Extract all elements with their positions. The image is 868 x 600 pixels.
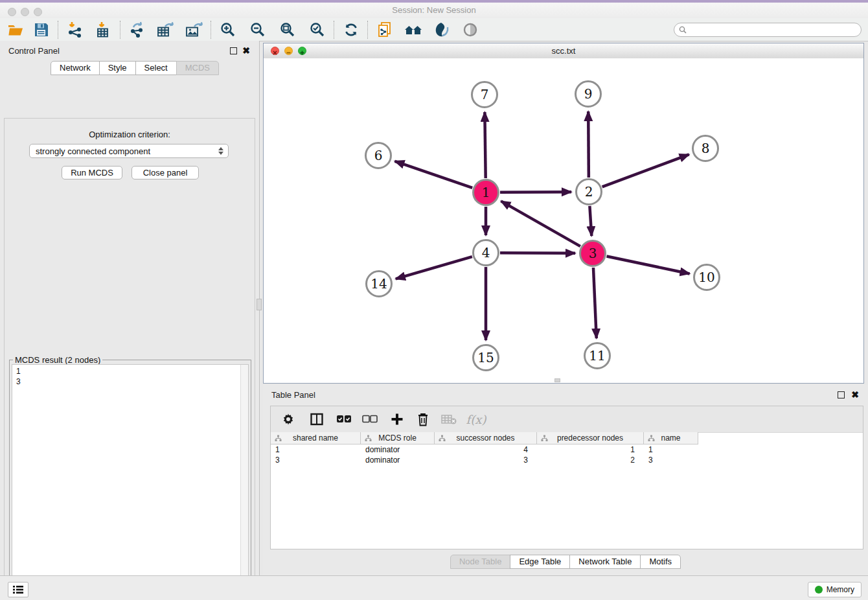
table-cell[interactable]: dominator xyxy=(361,455,435,465)
graph-node-4[interactable]: 4 xyxy=(472,239,499,266)
table-cell[interactable]: 1 xyxy=(271,444,361,455)
table-cell[interactable]: dominator xyxy=(361,444,435,455)
float-panel-icon[interactable] xyxy=(230,47,237,54)
graph-node-15[interactable]: 15 xyxy=(472,344,499,371)
table-cell[interactable]: 3 xyxy=(644,455,698,465)
edge-2-to-8[interactable] xyxy=(602,154,689,187)
search-input[interactable] xyxy=(674,23,862,37)
table-row[interactable]: 1dominator411 xyxy=(271,444,863,455)
show-hide-icon[interactable] xyxy=(460,19,481,40)
column-header-predecessor-nodes[interactable]: predecessor nodes xyxy=(537,432,644,444)
zoom-fit-icon[interactable] xyxy=(277,19,298,40)
edge-3-to-10[interactable] xyxy=(607,257,690,274)
mcds-result-group: MCDS result (2 nodes) 13 xyxy=(9,360,251,600)
search-icon xyxy=(679,26,687,34)
table-panel-tabs: Node TableEdge TableNetwork TableMotifs xyxy=(263,555,868,569)
graph-node-6[interactable]: 6 xyxy=(365,142,392,169)
table-toolbar: f(x) xyxy=(271,406,863,433)
edge-1-to-2[interactable] xyxy=(500,192,571,192)
task-history-button[interactable] xyxy=(8,582,29,597)
graph-node-7[interactable]: 7 xyxy=(471,81,498,108)
memory-button[interactable]: Memory xyxy=(808,582,862,597)
tab-network-table[interactable]: Network Table xyxy=(569,555,641,569)
close-panel-icon[interactable]: ✖ xyxy=(242,45,250,56)
zoom-selected-icon[interactable] xyxy=(307,19,328,40)
edge-3-to-1[interactable] xyxy=(501,201,580,246)
tab-select[interactable]: Select xyxy=(135,61,177,75)
import-table-icon[interactable] xyxy=(93,19,114,40)
save-session-icon[interactable] xyxy=(31,19,52,40)
duplicate-network-icon[interactable] xyxy=(374,19,395,40)
tab-motifs[interactable]: Motifs xyxy=(640,555,681,569)
column-header-successor-nodes[interactable]: successor nodes xyxy=(435,432,537,444)
select-all-checkboxes-icon[interactable] xyxy=(336,411,352,428)
edge-4-to-14[interactable] xyxy=(396,257,472,279)
tab-node-table[interactable]: Node Table xyxy=(450,555,511,569)
network-canvas[interactable]: 7968124314101511 xyxy=(264,58,863,383)
toolbar-separator xyxy=(58,21,59,39)
edge-1-to-6[interactable] xyxy=(395,161,473,188)
show-column-panel-icon[interactable] xyxy=(308,411,325,428)
run-mcds-button[interactable]: Run MCDS xyxy=(62,166,122,179)
table-row[interactable]: 3dominator323 xyxy=(271,455,863,465)
table-float-panel-icon[interactable] xyxy=(838,391,845,398)
open-session-icon[interactable] xyxy=(5,19,26,40)
apply-style-icon[interactable] xyxy=(431,19,452,40)
first-neighbors-icon[interactable] xyxy=(403,19,424,40)
table-cell[interactable]: 4 xyxy=(435,444,537,455)
graph-node-14[interactable]: 14 xyxy=(365,270,393,297)
canvas-bottom-grip[interactable] xyxy=(554,378,560,382)
toolbar-separator xyxy=(211,21,212,39)
optimization-criterion-dropdown[interactable]: strongly connected component xyxy=(29,144,229,158)
edge-4-to-3[interactable] xyxy=(500,253,575,253)
table-rows: 1dominator4113dominator323 xyxy=(271,444,863,465)
table-cell[interactable]: 1 xyxy=(644,444,698,455)
table-header-row: shared nameMCDS rolesuccessor nodesprede… xyxy=(271,432,698,444)
network-window-titlebar[interactable]: scc.txt xyxy=(264,43,863,59)
zoom-out-icon[interactable] xyxy=(247,19,268,40)
column-header-name[interactable]: name xyxy=(644,432,698,444)
column-header-shared-name[interactable]: shared name xyxy=(271,432,361,444)
table-close-panel-icon[interactable]: ✖ xyxy=(851,389,859,400)
window-title: Session: New Session xyxy=(0,5,868,15)
edge-2-to-3[interactable] xyxy=(589,206,591,236)
export-table-icon[interactable] xyxy=(155,19,176,40)
toolbar-separator xyxy=(367,21,369,39)
edge-3-to-11[interactable] xyxy=(593,268,597,338)
refresh-icon[interactable] xyxy=(341,19,361,40)
function-builder-icon: f(x) xyxy=(468,411,485,428)
result-scrollbar[interactable] xyxy=(240,365,248,600)
delete-column-trash-icon[interactable] xyxy=(415,411,431,428)
graph-node-10[interactable]: 10 xyxy=(693,264,720,291)
graph-node-2[interactable]: 2 xyxy=(575,178,602,205)
tab-mcds[interactable]: MCDS xyxy=(176,61,219,75)
zoom-in-icon[interactable] xyxy=(218,19,238,40)
dropdown-stepper-icon xyxy=(218,147,223,155)
table-cell[interactable]: 2 xyxy=(537,455,644,465)
delete-table-icon xyxy=(440,411,457,428)
tab-network[interactable]: Network xyxy=(51,61,100,75)
close-panel-button[interactable]: Close panel xyxy=(131,166,199,179)
mcds-result-textarea[interactable]: 13 xyxy=(12,364,249,600)
tab-edge-table[interactable]: Edge Table xyxy=(510,555,570,569)
export-network-icon[interactable] xyxy=(127,19,148,40)
edge-1-to-7[interactable] xyxy=(485,112,485,178)
table-cell[interactable]: 1 xyxy=(537,444,644,455)
table-cell[interactable]: 3 xyxy=(435,455,537,465)
graph-node-11[interactable]: 11 xyxy=(584,342,611,369)
tab-style[interactable]: Style xyxy=(99,61,136,75)
unselect-all-checkboxes-icon[interactable] xyxy=(361,411,378,428)
export-image-icon[interactable] xyxy=(184,19,205,40)
graph-node-8[interactable]: 8 xyxy=(692,135,719,162)
add-column-icon[interactable] xyxy=(389,411,405,428)
column-header-MCDS-role[interactable]: MCDS role xyxy=(361,432,435,444)
graph-node-1[interactable]: 1 xyxy=(472,179,499,206)
import-network-icon[interactable] xyxy=(65,19,86,40)
vertical-splitter-grip[interactable] xyxy=(257,299,262,310)
edge-2-to-9[interactable] xyxy=(588,111,589,178)
graph-node-3[interactable]: 3 xyxy=(579,240,606,267)
graph-node-9[interactable]: 9 xyxy=(575,80,602,108)
table-settings-gear-icon[interactable] xyxy=(280,411,297,428)
table-cell[interactable]: 3 xyxy=(271,455,361,465)
mcds-tab-content: Optimization criterion: strongly connect… xyxy=(4,118,255,600)
